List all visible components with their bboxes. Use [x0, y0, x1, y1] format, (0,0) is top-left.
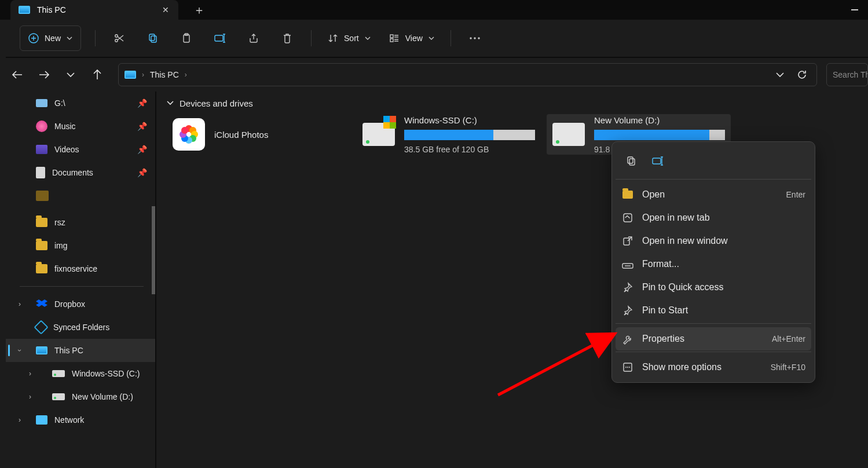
chevron-down-icon	[365, 36, 371, 40]
nav-row: › This PC › Search Thi	[6, 58, 868, 92]
sort-button[interactable]: Sort	[321, 27, 378, 50]
search-placeholder: Search Thi	[833, 70, 868, 79]
sidebar-item-img[interactable]: img	[6, 234, 155, 257]
ctx-properties[interactable]: Properties Alt+Enter	[616, 327, 811, 350]
new-label: New	[45, 34, 61, 43]
chevron-down-icon: ›	[16, 349, 24, 352]
paste-button[interactable]	[172, 27, 201, 50]
ctx-pin-start[interactable]: Pin to Start	[616, 299, 811, 322]
sidebar-item-dropbox[interactable]: › Dropbox	[6, 292, 155, 316]
ctx-shortcut: Shift+F10	[771, 363, 805, 372]
scissors-icon	[113, 32, 125, 44]
sidebar-item-documents[interactable]: Documents 📌	[6, 161, 155, 184]
folder-icon	[36, 218, 47, 227]
svg-point-12	[474, 37, 475, 39]
new-button[interactable]: New	[20, 25, 81, 51]
forward-button[interactable]	[32, 63, 56, 86]
ctx-label: Pin to Quick access	[642, 282, 724, 292]
this-pc-icon	[19, 6, 30, 14]
video-icon	[36, 145, 47, 154]
sidebar-item-g-drive[interactable]: G:\ 📌	[6, 92, 155, 115]
view-button[interactable]: View	[382, 27, 441, 50]
svg-rect-5	[151, 36, 156, 42]
more-options-icon	[621, 361, 634, 374]
ctx-label: Properties	[642, 334, 684, 344]
address-bar[interactable]: › This PC ›	[118, 63, 817, 86]
close-tab-button[interactable]: ✕	[162, 5, 169, 14]
refresh-button[interactable]	[792, 65, 812, 85]
drive-c[interactable]: Windows-SSD (C:) 38.5 GB free of 120 GB	[357, 114, 541, 155]
sidebar-item-videos[interactable]: Videos 📌	[6, 138, 155, 161]
ctx-open[interactable]: Open Enter	[616, 183, 811, 206]
search-input[interactable]: Search Thi	[826, 63, 868, 86]
ctx-label: Show more options	[642, 362, 721, 372]
ctx-open-new-window[interactable]: Open in new window	[616, 229, 811, 253]
tab-this-pc[interactable]: This PC ✕	[10, 0, 178, 20]
sidebar-item-fixnoservice[interactable]: fixnoservice	[6, 257, 155, 280]
cut-button[interactable]	[105, 27, 134, 50]
ctx-show-more[interactable]: Show more options Shift+F10	[616, 356, 811, 379]
sidebar-label: img	[54, 241, 68, 250]
svg-rect-23	[629, 159, 635, 165]
recent-button[interactable]	[59, 63, 82, 86]
toolbar-separator	[311, 30, 312, 46]
svg-rect-26	[624, 238, 629, 245]
this-pc-icon	[36, 346, 47, 354]
share-button[interactable]	[239, 27, 268, 50]
sidebar-label: Videos	[54, 145, 79, 154]
sidebar-item-network[interactable]: › Network	[6, 408, 155, 432]
pin-icon	[621, 281, 634, 294]
drive-subtext: 38.5 GB free of 120 GB	[404, 145, 535, 154]
ctx-copy-button[interactable]	[620, 150, 642, 172]
window-minimize-button[interactable]	[841, 0, 868, 20]
drive-icloud-photos[interactable]: iCloud Photos	[167, 114, 351, 155]
delete-button[interactable]	[273, 27, 302, 50]
sort-icon	[328, 33, 338, 43]
scrollbar-thumb[interactable]	[152, 206, 155, 294]
back-button[interactable]	[6, 63, 29, 86]
trash-icon	[282, 32, 292, 44]
sidebar-label: Music	[54, 122, 76, 131]
sidebar-item-this-pc[interactable]: › This PC	[6, 339, 155, 362]
new-tab-button[interactable]: ＋	[188, 0, 211, 20]
rename-button[interactable]	[206, 27, 235, 50]
address-dropdown-button[interactable]	[770, 65, 790, 85]
chevron-right-icon: ›	[19, 300, 21, 308]
photos-icon	[173, 118, 205, 151]
sidebar-item-rsz[interactable]: rsz	[6, 211, 155, 234]
sidebar-label: New Volume (D:)	[72, 392, 133, 401]
ctx-open-new-tab[interactable]: Open in new tab	[616, 206, 811, 229]
breadcrumb-root[interactable]: This PC	[150, 70, 179, 79]
ctx-pin-quick[interactable]: Pin to Quick access	[616, 276, 811, 299]
sidebar-item-c-drive[interactable]: › Windows-SSD (C:)	[6, 362, 155, 385]
pin-icon: 📌	[137, 168, 147, 177]
sidebar-item-music[interactable]: Music 📌	[6, 115, 155, 138]
folder-open-icon	[621, 188, 634, 201]
sidebar-label: rsz	[54, 218, 65, 227]
ctx-format[interactable]: Format...	[616, 253, 811, 276]
folder-icon	[36, 191, 49, 201]
ctx-rename-button[interactable]	[647, 150, 669, 172]
tab-bar: This PC ✕ ＋	[0, 0, 868, 20]
ctx-label: Open	[642, 189, 665, 200]
folder-icon	[36, 241, 47, 250]
sidebar-item-unnamed[interactable]	[6, 184, 155, 207]
more-button[interactable]	[460, 27, 489, 50]
toolbar-separator	[451, 30, 451, 46]
ctx-label: Open in new tab	[642, 213, 710, 223]
rename-icon	[214, 32, 226, 44]
drive-title: New Volume (D:)	[594, 115, 725, 125]
sidebar-item-d-drive[interactable]: › New Volume (D:)	[6, 385, 155, 408]
chevron-down-icon	[428, 36, 434, 40]
ellipsis-icon	[469, 36, 481, 40]
up-button[interactable]	[86, 63, 109, 86]
sidebar-label: This PC	[54, 346, 83, 355]
hdd-icon	[52, 370, 65, 377]
sidebar-label: G:\	[54, 98, 65, 108]
sidebar-item-synced[interactable]: Synced Folders	[6, 316, 155, 339]
svg-rect-6	[184, 35, 189, 42]
drive-icon	[362, 118, 395, 151]
document-icon	[36, 167, 45, 178]
copy-button[interactable]	[138, 27, 167, 50]
group-header-devices[interactable]: Devices and drives	[167, 96, 868, 114]
